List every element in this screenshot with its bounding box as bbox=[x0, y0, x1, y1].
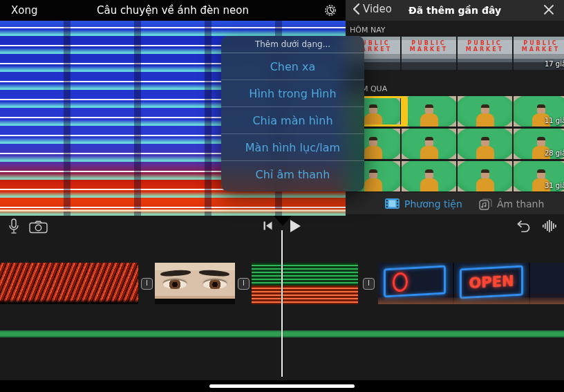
project-title: Câu chuyện về ánh đèn neon bbox=[0, 4, 346, 17]
media-clip-greenscreen-1[interactable]: 11 giây bbox=[346, 96, 564, 127]
neon-sign-shape: OPEN bbox=[460, 265, 523, 299]
greenscreen-thumbnail bbox=[458, 161, 512, 192]
settings-button[interactable] bbox=[323, 3, 337, 17]
tab-media-label: Phương tiện bbox=[404, 198, 462, 209]
media-clip-greenscreen-3[interactable]: 31 giây bbox=[346, 161, 564, 192]
close-button[interactable] bbox=[543, 4, 554, 15]
add-as-menu-header: Thêm dưới dạng... bbox=[221, 36, 364, 53]
menu-item-green-blue-screen[interactable]: Màn hình lục/lam bbox=[221, 134, 364, 161]
record-voiceover-button[interactable] bbox=[8, 218, 19, 235]
market-sign-text: MARKET bbox=[466, 46, 504, 53]
market-sign-text: PUBLIC bbox=[523, 40, 558, 46]
home-indicator[interactable] bbox=[209, 384, 355, 388]
menu-item-picture-in-picture[interactable]: Hình trong Hình bbox=[221, 80, 364, 107]
transition-button[interactable]: I bbox=[238, 278, 250, 290]
transition-button[interactable]: I bbox=[141, 278, 153, 290]
camera-icon bbox=[29, 221, 48, 234]
tab-audio[interactable]: Âm thanh bbox=[479, 192, 544, 214]
close-icon bbox=[543, 4, 554, 15]
media-clip-greenscreen-2[interactable]: 28 giây bbox=[346, 129, 564, 159]
menu-item-cutaway[interactable]: Chen xa bbox=[221, 53, 364, 80]
neon-line-decoration bbox=[0, 209, 346, 212]
market-thumbnail: PUBLIC MARKET bbox=[458, 37, 512, 70]
playhead-line bbox=[281, 230, 283, 377]
timeline-clip-eyes[interactable] bbox=[155, 263, 235, 304]
microphone-icon bbox=[8, 218, 19, 235]
skip-to-start-icon bbox=[263, 221, 273, 231]
audio-wave-icon bbox=[542, 219, 557, 233]
film-icon bbox=[385, 198, 400, 209]
transition-button[interactable]: I bbox=[363, 278, 375, 290]
clip-duration: 17 giây bbox=[545, 60, 564, 68]
market-thumbnail: PUBLIC MARKET bbox=[402, 37, 456, 70]
neon-sign-shape bbox=[384, 265, 446, 298]
timeline-clip-red-neon[interactable] bbox=[0, 263, 138, 304]
audio-levels-button[interactable] bbox=[542, 219, 557, 233]
greenscreen-thumbnail bbox=[458, 129, 512, 159]
undo-icon bbox=[515, 219, 532, 233]
section-label-today: HÔM NAY bbox=[350, 26, 386, 35]
market-sign-text: MARKET bbox=[522, 46, 560, 53]
neon-sign-text: OPEN bbox=[469, 272, 514, 291]
greenscreen-thumbnail bbox=[402, 129, 456, 159]
tab-audio-label: Âm thanh bbox=[497, 198, 544, 209]
imovie-app: Xong Câu chuyện về ánh đèn neon Video Đã… bbox=[0, 0, 564, 392]
playhead-marker-icon bbox=[274, 216, 292, 226]
timeline-clip-open-sign[interactable]: OPEN bbox=[378, 263, 564, 304]
menu-item-split-screen[interactable]: Chia màn hình bbox=[221, 107, 364, 134]
browser-tab-bar: Phương tiện Âm thanh bbox=[346, 192, 564, 214]
greenscreen-thumbnail bbox=[402, 96, 456, 127]
market-sign-text: PUBLIC bbox=[411, 40, 446, 46]
browser-title: Đã thêm gần đây bbox=[346, 5, 564, 16]
media-clip-market[interactable]: PUBLIC MARKET PUBLIC MARKET PUBLIC MARKE… bbox=[346, 37, 564, 70]
market-sign-text: PUBLIC bbox=[467, 40, 502, 46]
undo-button[interactable] bbox=[515, 219, 532, 233]
browser-top-bar: Video Đã thêm gần đây bbox=[346, 0, 564, 21]
skip-to-start-button[interactable] bbox=[263, 221, 273, 231]
music-note-icon bbox=[479, 198, 492, 210]
editor-top-bar: Xong Câu chuyện về ánh đèn neon bbox=[0, 0, 346, 21]
clip-duration: 11 giây bbox=[545, 117, 564, 124]
greenscreen-thumbnail bbox=[458, 96, 512, 127]
trim-handle[interactable] bbox=[401, 97, 406, 125]
tab-media[interactable]: Phương tiện bbox=[385, 192, 462, 214]
greenscreen-thumbnail bbox=[402, 161, 456, 192]
clip-duration: 31 giây bbox=[545, 182, 564, 189]
gear-icon bbox=[323, 3, 337, 17]
clip-duration: 28 giây bbox=[545, 149, 564, 157]
record-camera-button[interactable] bbox=[29, 221, 48, 234]
market-sign-text: MARKET bbox=[410, 46, 448, 53]
media-browser-panel: HÔM NAY PUBLIC MARKET PUBLIC MARKET PUBL… bbox=[346, 21, 564, 214]
timeline-clip-stripes[interactable] bbox=[252, 263, 358, 304]
add-as-menu: Thêm dưới dạng... Chen xa Hình trong Hìn… bbox=[221, 36, 364, 192]
neon-o-shape bbox=[393, 272, 408, 292]
menu-item-audio-only[interactable]: Chỉ âm thanh bbox=[221, 161, 364, 188]
